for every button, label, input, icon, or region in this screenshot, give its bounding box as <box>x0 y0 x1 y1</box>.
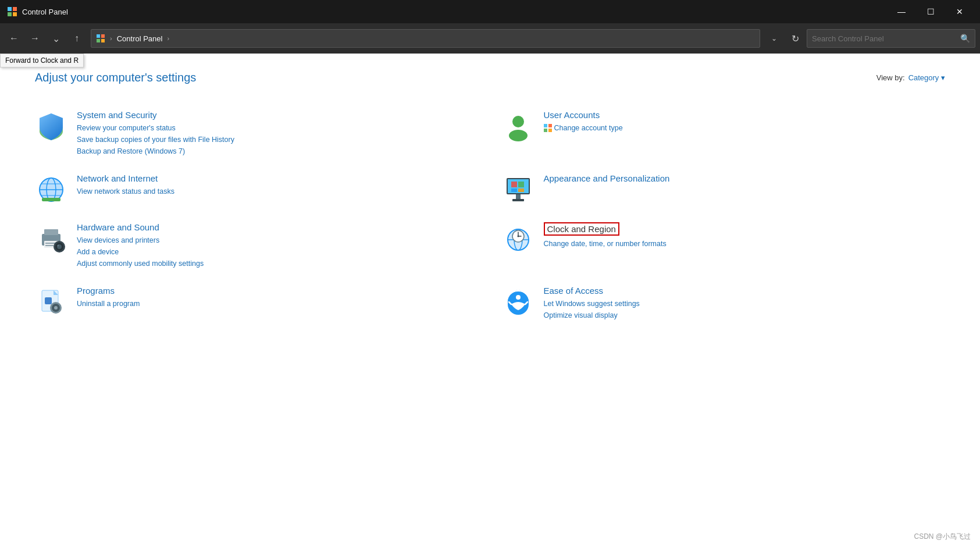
svg-rect-24 <box>518 182 524 187</box>
svg-point-37 <box>58 245 59 247</box>
hardware-sound-link-3[interactable]: Adjust commonly used mobility settings <box>77 258 479 269</box>
search-bar[interactable]: 🔍 <box>807 29 975 48</box>
ease-of-access-content: Ease of Access Let Windows suggest setti… <box>544 286 946 321</box>
user-accounts-link-1[interactable]: Change account type <box>554 122 623 134</box>
svg-rect-3 <box>13 12 17 16</box>
svg-rect-28 <box>512 199 524 201</box>
maximize-button[interactable]: ☐ <box>917 3 944 20</box>
address-bar[interactable]: › Control Panel › <box>91 29 760 48</box>
svg-rect-33 <box>45 245 54 246</box>
system-security-link-1[interactable]: Review your computer's status <box>77 122 479 134</box>
appearance-icon <box>502 173 534 206</box>
search-icon[interactable]: 🔍 <box>960 34 970 43</box>
svg-rect-30 <box>44 229 58 235</box>
page-header: Adjust your computer's settings View by:… <box>35 71 945 84</box>
clock-region-link-1[interactable]: Change date, time, or number formats <box>544 238 946 250</box>
hardware-sound-title[interactable]: Hardware and Sound <box>77 222 159 232</box>
ease-of-access-link-2[interactable]: Optimize visual display <box>544 310 946 321</box>
forward-tooltip: Forward to Clock and R <box>0 54 84 67</box>
clock-region-icon <box>502 222 534 255</box>
programs-content: Programs Uninstall a program <box>77 286 479 310</box>
user-accounts-title[interactable]: User Accounts <box>544 110 600 120</box>
network-internet-link-1[interactable]: View network status and tasks <box>77 186 479 197</box>
dropdown-history-button[interactable]: ⌄ <box>47 29 65 48</box>
ease-of-access-link-1[interactable]: Let Windows suggest settings <box>544 298 946 310</box>
svg-point-51 <box>54 306 58 310</box>
programs-link-1[interactable]: Uninstall a program <box>77 298 479 310</box>
address-icon <box>96 34 105 43</box>
ease-of-access-icon <box>502 286 534 318</box>
watermark: CSDN @小鸟飞过 <box>914 532 971 542</box>
control-panel-icon <box>7 6 17 17</box>
user-accounts-icon <box>502 110 534 143</box>
network-internet-content: Network and Internet View network status… <box>77 173 479 197</box>
refresh-button[interactable]: ↻ <box>786 29 804 48</box>
back-button[interactable]: ← <box>5 29 23 48</box>
programs-title[interactable]: Programs <box>77 286 115 296</box>
category-network-internet: Network and Internet View network status… <box>35 165 479 214</box>
user-accounts-content: User Accounts Change account type <box>544 110 946 134</box>
hardware-sound-content: Hardware and Sound View devices and prin… <box>77 222 479 269</box>
titlebar: Control Panel — ☐ ✕ <box>0 0 980 23</box>
address-dropdown-button[interactable]: ⌄ <box>765 29 783 48</box>
appearance-content: Appearance and Personalization <box>544 173 946 186</box>
system-security-content: System and Security Review your computer… <box>77 110 479 157</box>
view-by-dropdown[interactable]: Category ▾ <box>908 73 945 82</box>
svg-rect-25 <box>511 189 517 192</box>
system-security-title[interactable]: System and Security <box>77 110 157 120</box>
address-path: Control Panel <box>117 34 163 43</box>
clock-region-content: Clock and Region Change date, time, or n… <box>544 222 946 250</box>
programs-icon <box>35 286 67 318</box>
search-input[interactable] <box>812 34 958 43</box>
titlebar-controls: — ☐ ✕ <box>888 3 973 20</box>
titlebar-title: Control Panel <box>22 8 68 16</box>
address-separator: › <box>110 35 112 42</box>
category-appearance: Appearance and Personalization <box>502 165 946 214</box>
up-button[interactable]: ↑ <box>67 29 86 48</box>
system-security-link-2[interactable]: Save backup copies of your files with Fi… <box>77 134 479 145</box>
network-internet-title[interactable]: Network and Internet <box>77 173 158 183</box>
svg-rect-6 <box>97 39 100 42</box>
svg-rect-4 <box>97 34 100 38</box>
svg-rect-0 <box>8 7 12 11</box>
page-title: Adjust your computer's settings <box>35 71 196 84</box>
hardware-sound-link-1[interactable]: View devices and printers <box>77 234 479 246</box>
view-by-label: View by: <box>876 73 905 82</box>
svg-rect-13 <box>548 129 552 132</box>
minimize-button[interactable]: — <box>888 3 915 20</box>
main-content: Adjust your computer's settings View by:… <box>0 54 980 551</box>
clock-region-title[interactable]: Clock and Region <box>544 222 619 236</box>
close-button[interactable]: ✕ <box>946 3 973 20</box>
appearance-title[interactable]: Appearance and Personalization <box>544 173 670 183</box>
category-programs: Programs Uninstall a program <box>35 278 479 329</box>
view-by: View by: Category ▾ <box>876 73 945 82</box>
change-account-icon <box>544 124 552 132</box>
system-security-link-3[interactable]: Backup and Restore (Windows 7) <box>77 145 479 157</box>
ease-of-access-title[interactable]: Ease of Access <box>544 286 604 296</box>
category-hardware-sound: Hardware and Sound View devices and prin… <box>35 214 479 278</box>
svg-rect-7 <box>101 39 105 42</box>
titlebar-left: Control Panel <box>7 6 68 17</box>
network-internet-icon <box>35 173 67 206</box>
svg-rect-20 <box>42 198 60 201</box>
svg-point-8 <box>512 116 524 127</box>
categories-grid: System and Security Review your computer… <box>35 102 945 329</box>
svg-rect-23 <box>511 182 517 187</box>
category-user-accounts: User Accounts Change account type <box>502 102 946 165</box>
svg-rect-11 <box>548 124 552 127</box>
svg-point-58 <box>516 295 521 300</box>
svg-rect-27 <box>516 194 521 199</box>
address-end-separator: › <box>167 35 169 42</box>
navbar: ← → ⌄ ↑ › Control Panel › ⌄ ↻ 🔍 Forward … <box>0 23 980 54</box>
category-ease-of-access: Ease of Access Let Windows suggest setti… <box>502 278 946 329</box>
svg-rect-26 <box>518 189 524 192</box>
svg-rect-5 <box>101 34 105 38</box>
svg-rect-48 <box>45 297 52 304</box>
svg-rect-12 <box>544 129 547 132</box>
category-clock-region: Clock and Region Change date, time, or n… <box>502 214 946 278</box>
category-system-security: System and Security Review your computer… <box>35 102 479 165</box>
svg-point-9 <box>509 130 528 141</box>
hardware-sound-link-2[interactable]: Add a device <box>77 246 479 258</box>
forward-button[interactable]: → <box>26 29 44 48</box>
svg-rect-1 <box>13 7 17 11</box>
